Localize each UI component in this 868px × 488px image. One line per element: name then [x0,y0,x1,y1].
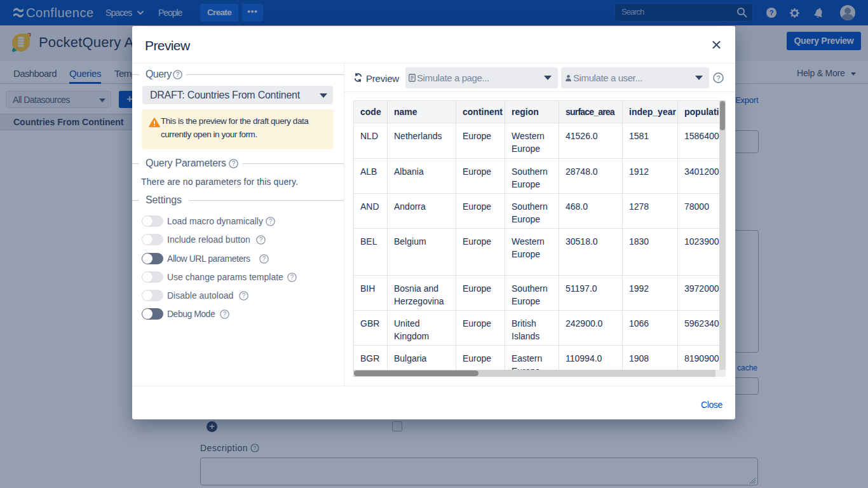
svg-text:?: ? [259,236,263,243]
svg-text:?: ? [290,274,294,281]
svg-text:?: ? [262,255,266,262]
svg-text:?: ? [176,71,180,78]
svg-text:?: ? [716,74,720,82]
svg-text:?: ? [242,292,246,299]
svg-text:?: ? [269,218,273,225]
svg-text:?: ? [223,311,227,318]
svg-text:?: ? [232,160,236,167]
